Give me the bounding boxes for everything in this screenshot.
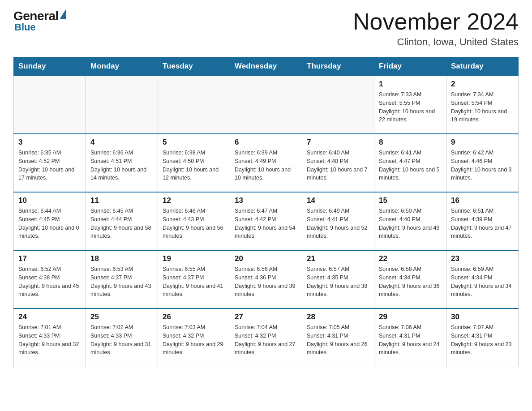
week-row-3: 10Sunrise: 6:44 AM Sunset: 4:45 PM Dayli…: [14, 192, 519, 250]
day-info-25: Sunrise: 7:02 AM Sunset: 4:33 PM Dayligh…: [90, 323, 153, 357]
logo: General Blue: [13, 9, 66, 33]
day-info-30: Sunrise: 7:07 AM Sunset: 4:31 PM Dayligh…: [451, 323, 514, 357]
calendar-cell-week1-day0: [14, 76, 86, 134]
calendar-cell-week1-day2: [158, 76, 230, 134]
day-info-3: Sunrise: 6:35 AM Sunset: 4:52 PM Dayligh…: [18, 149, 81, 182]
day-info-23: Sunrise: 6:59 AM Sunset: 4:34 PM Dayligh…: [451, 265, 514, 299]
day-number-6: 6: [235, 138, 297, 147]
calendar-cell-week4-day0: 17Sunrise: 6:52 AM Sunset: 4:38 PM Dayli…: [14, 250, 86, 308]
day-number-17: 17: [18, 254, 81, 263]
calendar-cell-week1-day1: [86, 76, 158, 134]
calendar-cell-week3-day3: 13Sunrise: 6:47 AM Sunset: 4:42 PM Dayli…: [230, 192, 302, 250]
day-info-22: Sunrise: 6:58 AM Sunset: 4:34 PM Dayligh…: [379, 265, 442, 299]
day-number-16: 16: [451, 196, 514, 205]
calendar-cell-week2-day2: 5Sunrise: 6:38 AM Sunset: 4:50 PM Daylig…: [158, 134, 230, 192]
calendar-table: SundayMondayTuesdayWednesdayThursdayFrid…: [13, 57, 519, 367]
day-number-29: 29: [379, 313, 442, 321]
day-info-21: Sunrise: 6:57 AM Sunset: 4:35 PM Dayligh…: [307, 265, 369, 299]
day-info-7: Sunrise: 6:40 AM Sunset: 4:48 PM Dayligh…: [307, 149, 369, 182]
day-number-9: 9: [451, 138, 514, 147]
day-number-2: 2: [451, 80, 514, 89]
week-row-4: 17Sunrise: 6:52 AM Sunset: 4:38 PM Dayli…: [14, 250, 519, 308]
calendar-header: SundayMondayTuesdayWednesdayThursdayFrid…: [14, 57, 519, 76]
day-number-1: 1: [379, 80, 442, 89]
day-info-19: Sunrise: 6:55 AM Sunset: 4:37 PM Dayligh…: [163, 265, 225, 299]
day-info-2: Sunrise: 7:34 AM Sunset: 5:54 PM Dayligh…: [451, 90, 514, 124]
day-number-15: 15: [379, 196, 442, 205]
weekday-header-thursday: Thursday: [302, 57, 374, 76]
calendar-cell-week2-day0: 3Sunrise: 6:35 AM Sunset: 4:52 PM Daylig…: [14, 134, 86, 192]
day-number-13: 13: [235, 196, 297, 205]
calendar-cell-week1-day6: 2Sunrise: 7:34 AM Sunset: 5:54 PM Daylig…: [446, 76, 519, 134]
day-info-8: Sunrise: 6:41 AM Sunset: 4:47 PM Dayligh…: [379, 149, 442, 182]
day-number-24: 24: [18, 313, 81, 321]
calendar-cell-week5-day1: 25Sunrise: 7:02 AM Sunset: 4:33 PM Dayli…: [86, 308, 158, 367]
day-info-20: Sunrise: 6:56 AM Sunset: 4:36 PM Dayligh…: [235, 265, 297, 299]
weekday-header-monday: Monday: [86, 57, 158, 76]
day-info-13: Sunrise: 6:47 AM Sunset: 4:42 PM Dayligh…: [235, 207, 297, 240]
calendar-cell-week2-day6: 9Sunrise: 6:42 AM Sunset: 4:46 PM Daylig…: [446, 134, 519, 192]
calendar-cell-week2-day4: 7Sunrise: 6:40 AM Sunset: 4:48 PM Daylig…: [302, 134, 374, 192]
day-info-1: Sunrise: 7:33 AM Sunset: 5:55 PM Dayligh…: [379, 90, 442, 124]
day-number-7: 7: [307, 138, 369, 147]
day-number-21: 21: [307, 254, 369, 263]
calendar-cell-week5-day4: 28Sunrise: 7:05 AM Sunset: 4:31 PM Dayli…: [302, 308, 374, 367]
day-info-18: Sunrise: 6:53 AM Sunset: 4:37 PM Dayligh…: [90, 265, 153, 299]
calendar-cell-week3-day0: 10Sunrise: 6:44 AM Sunset: 4:45 PM Dayli…: [14, 192, 86, 250]
location-subtitle: Clinton, Iowa, United States: [353, 36, 519, 48]
calendar-cell-week5-day5: 29Sunrise: 7:06 AM Sunset: 4:31 PM Dayli…: [374, 308, 446, 367]
day-number-28: 28: [307, 313, 369, 321]
calendar-cell-week1-day5: 1Sunrise: 7:33 AM Sunset: 5:55 PM Daylig…: [374, 76, 446, 134]
calendar-cell-week4-day5: 22Sunrise: 6:58 AM Sunset: 4:34 PM Dayli…: [374, 250, 446, 308]
weekday-header-friday: Friday: [374, 57, 446, 76]
day-number-12: 12: [163, 196, 225, 205]
day-info-17: Sunrise: 6:52 AM Sunset: 4:38 PM Dayligh…: [18, 265, 81, 299]
logo-blue-text: Blue: [14, 21, 66, 33]
calendar-cell-week3-day4: 14Sunrise: 6:49 AM Sunset: 4:41 PM Dayli…: [302, 192, 374, 250]
calendar-cell-week3-day1: 11Sunrise: 6:45 AM Sunset: 4:44 PM Dayli…: [86, 192, 158, 250]
calendar-cell-week4-day1: 18Sunrise: 6:53 AM Sunset: 4:37 PM Dayli…: [86, 250, 158, 308]
calendar-cell-week3-day6: 16Sunrise: 6:51 AM Sunset: 4:39 PM Dayli…: [446, 192, 519, 250]
day-info-14: Sunrise: 6:49 AM Sunset: 4:41 PM Dayligh…: [307, 207, 369, 240]
weekday-header-wednesday: Wednesday: [230, 57, 302, 76]
day-number-23: 23: [451, 254, 514, 263]
day-info-26: Sunrise: 7:03 AM Sunset: 4:32 PM Dayligh…: [163, 323, 225, 357]
day-number-30: 30: [451, 313, 514, 321]
day-number-18: 18: [90, 254, 153, 263]
day-info-12: Sunrise: 6:46 AM Sunset: 4:43 PM Dayligh…: [163, 207, 225, 240]
weekday-header-tuesday: Tuesday: [158, 57, 230, 76]
month-year-title: November 2024: [353, 9, 519, 34]
day-number-10: 10: [18, 196, 81, 205]
weekday-header-saturday: Saturday: [446, 57, 519, 76]
calendar-cell-week5-day0: 24Sunrise: 7:01 AM Sunset: 4:33 PM Dayli…: [14, 308, 86, 367]
day-number-3: 3: [18, 138, 81, 147]
calendar-cell-week2-day5: 8Sunrise: 6:41 AM Sunset: 4:47 PM Daylig…: [374, 134, 446, 192]
weekday-header-row: SundayMondayTuesdayWednesdayThursdayFrid…: [14, 57, 519, 76]
day-info-24: Sunrise: 7:01 AM Sunset: 4:33 PM Dayligh…: [18, 323, 81, 357]
calendar-cell-week4-day6: 23Sunrise: 6:59 AM Sunset: 4:34 PM Dayli…: [446, 250, 519, 308]
weekday-header-sunday: Sunday: [14, 57, 86, 76]
day-number-26: 26: [163, 313, 225, 321]
day-info-28: Sunrise: 7:05 AM Sunset: 4:31 PM Dayligh…: [307, 323, 369, 357]
day-info-4: Sunrise: 6:36 AM Sunset: 4:51 PM Dayligh…: [90, 149, 153, 182]
day-number-4: 4: [90, 138, 153, 147]
day-number-14: 14: [307, 196, 369, 205]
day-number-19: 19: [163, 254, 225, 263]
calendar-cell-week1-day4: [302, 76, 374, 134]
day-info-27: Sunrise: 7:04 AM Sunset: 4:32 PM Dayligh…: [235, 323, 297, 357]
calendar-cell-week3-day5: 15Sunrise: 6:50 AM Sunset: 4:40 PM Dayli…: [374, 192, 446, 250]
day-info-10: Sunrise: 6:44 AM Sunset: 4:45 PM Dayligh…: [18, 207, 81, 240]
calendar-cell-week4-day2: 19Sunrise: 6:55 AM Sunset: 4:37 PM Dayli…: [158, 250, 230, 308]
logo-triangle-icon: [60, 9, 66, 19]
day-number-20: 20: [235, 254, 297, 263]
week-row-2: 3Sunrise: 6:35 AM Sunset: 4:52 PM Daylig…: [14, 134, 519, 192]
day-info-29: Sunrise: 7:06 AM Sunset: 4:31 PM Dayligh…: [379, 323, 442, 357]
week-row-5: 24Sunrise: 7:01 AM Sunset: 4:33 PM Dayli…: [14, 308, 519, 367]
title-section: November 2024 Clinton, Iowa, United Stat…: [353, 9, 519, 48]
day-number-11: 11: [90, 196, 153, 205]
calendar-cell-week4-day3: 20Sunrise: 6:56 AM Sunset: 4:36 PM Dayli…: [230, 250, 302, 308]
day-number-25: 25: [90, 313, 153, 321]
calendar-cell-week5-day2: 26Sunrise: 7:03 AM Sunset: 4:32 PM Dayli…: [158, 308, 230, 367]
day-info-15: Sunrise: 6:50 AM Sunset: 4:40 PM Dayligh…: [379, 207, 442, 240]
day-info-5: Sunrise: 6:38 AM Sunset: 4:50 PM Dayligh…: [163, 149, 225, 182]
